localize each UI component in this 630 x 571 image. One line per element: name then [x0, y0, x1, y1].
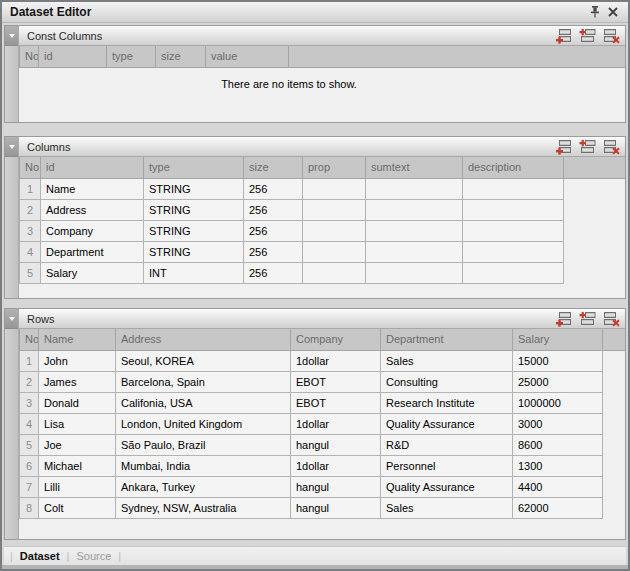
data-cell[interactable]: Salary [41, 262, 144, 283]
row-number-cell[interactable]: 5 [20, 434, 39, 455]
row-number-cell[interactable]: 5 [20, 262, 41, 283]
column-header[interactable]: type [107, 46, 156, 67]
data-cell[interactable]: Consulting [381, 371, 513, 392]
data-cell[interactable]: R&D [381, 434, 513, 455]
data-cell[interactable] [366, 178, 463, 199]
data-cell[interactable]: 1dollar [291, 413, 381, 434]
data-cell[interactable]: INT [144, 262, 244, 283]
data-cell[interactable]: 256 [244, 199, 303, 220]
data-cell[interactable]: Donald [39, 392, 116, 413]
insert-row-button[interactable] [578, 311, 597, 327]
data-cell[interactable]: 1dollar [291, 350, 381, 371]
data-cell[interactable]: Joe [39, 434, 116, 455]
data-cell[interactable]: 8600 [513, 434, 603, 455]
data-cell[interactable]: Seoul, KOREA [116, 350, 291, 371]
row-number-cell[interactable]: 4 [20, 413, 39, 434]
row-number-cell[interactable]: 7 [20, 476, 39, 497]
data-cell[interactable]: Lilli [39, 476, 116, 497]
data-cell[interactable]: 256 [244, 241, 303, 262]
data-cell[interactable]: São Paulo, Brazil [116, 434, 291, 455]
data-cell[interactable]: 256 [244, 220, 303, 241]
data-cell[interactable] [303, 220, 366, 241]
delete-row-button[interactable] [602, 28, 621, 44]
data-cell[interactable]: 15000 [513, 350, 603, 371]
insert-row-button[interactable] [578, 139, 597, 155]
add-row-button[interactable] [554, 139, 573, 155]
data-cell[interactable]: Mumbai, India [116, 455, 291, 476]
column-header[interactable]: id [39, 46, 107, 67]
data-cell[interactable]: 25000 [513, 371, 603, 392]
data-cell[interactable]: Colt [39, 497, 116, 518]
column-header[interactable]: No [20, 46, 39, 67]
data-cell[interactable]: Company [41, 220, 144, 241]
row-number-cell[interactable]: 1 [20, 350, 39, 371]
data-cell[interactable]: STRING [144, 199, 244, 220]
column-header[interactable]: Name [39, 329, 116, 350]
tab-source[interactable]: Source [76, 550, 111, 562]
column-header[interactable]: Company [291, 329, 381, 350]
row-number-cell[interactable]: 3 [20, 220, 41, 241]
column-header[interactable]: Address [116, 329, 291, 350]
row-number-cell[interactable]: 4 [20, 241, 41, 262]
column-header[interactable]: No [20, 157, 41, 178]
data-cell[interactable] [303, 178, 366, 199]
close-button[interactable] [604, 4, 622, 20]
data-cell[interactable]: Quality Assurance [381, 413, 513, 434]
data-cell[interactable] [366, 199, 463, 220]
data-cell[interactable]: Ankara, Turkey [116, 476, 291, 497]
data-cell[interactable] [366, 241, 463, 262]
column-header[interactable]: size [156, 46, 206, 67]
data-cell[interactable] [366, 262, 463, 283]
column-header[interactable]: description [463, 157, 564, 178]
add-row-button[interactable] [554, 28, 573, 44]
data-cell[interactable]: Sydney, NSW, Australia [116, 497, 291, 518]
data-cell[interactable]: 256 [244, 178, 303, 199]
data-cell[interactable] [303, 199, 366, 220]
data-cell[interactable]: Sales [381, 497, 513, 518]
column-header[interactable]: prop [303, 157, 366, 178]
data-cell[interactable]: hangul [291, 497, 381, 518]
data-cell[interactable]: 1300 [513, 455, 603, 476]
data-cell[interactable]: STRING [144, 178, 244, 199]
column-header[interactable]: Salary [513, 329, 603, 350]
data-cell[interactable]: EBOT [291, 371, 381, 392]
collapse-button[interactable] [5, 137, 18, 157]
data-cell[interactable]: 1000000 [513, 392, 603, 413]
data-cell[interactable]: London, United Kingdom [116, 413, 291, 434]
column-header[interactable]: sumtext [366, 157, 463, 178]
data-cell[interactable]: Lisa [39, 413, 116, 434]
tab-dataset[interactable]: Dataset [20, 550, 60, 562]
column-header[interactable]: value [206, 46, 289, 67]
add-row-button[interactable] [554, 311, 573, 327]
column-header[interactable]: id [41, 157, 144, 178]
data-cell[interactable]: Address [41, 199, 144, 220]
row-number-cell[interactable]: 8 [20, 497, 39, 518]
row-number-cell[interactable]: 3 [20, 392, 39, 413]
column-header[interactable]: type [144, 157, 244, 178]
data-cell[interactable] [463, 241, 564, 262]
row-number-cell[interactable]: 2 [20, 371, 39, 392]
data-cell[interactable]: STRING [144, 241, 244, 262]
data-cell[interactable] [463, 178, 564, 199]
data-cell[interactable]: 256 [244, 262, 303, 283]
insert-row-button[interactable] [578, 28, 597, 44]
delete-row-button[interactable] [602, 311, 621, 327]
data-cell[interactable]: Michael [39, 455, 116, 476]
data-cell[interactable]: 4400 [513, 476, 603, 497]
collapse-button[interactable] [5, 26, 18, 46]
pin-button[interactable] [586, 4, 604, 20]
data-cell[interactable] [463, 199, 564, 220]
data-cell[interactable] [463, 220, 564, 241]
data-cell[interactable]: Name [41, 178, 144, 199]
data-cell[interactable] [463, 262, 564, 283]
data-cell[interactable]: Sales [381, 350, 513, 371]
row-number-cell[interactable]: 1 [20, 178, 41, 199]
data-cell[interactable]: Barcelona, Spain [116, 371, 291, 392]
data-cell[interactable]: STRING [144, 220, 244, 241]
data-cell[interactable]: hangul [291, 434, 381, 455]
column-header[interactable]: Department [381, 329, 513, 350]
data-cell[interactable]: 3000 [513, 413, 603, 434]
data-cell[interactable] [366, 220, 463, 241]
data-cell[interactable]: Personnel [381, 455, 513, 476]
data-cell[interactable]: hangul [291, 476, 381, 497]
